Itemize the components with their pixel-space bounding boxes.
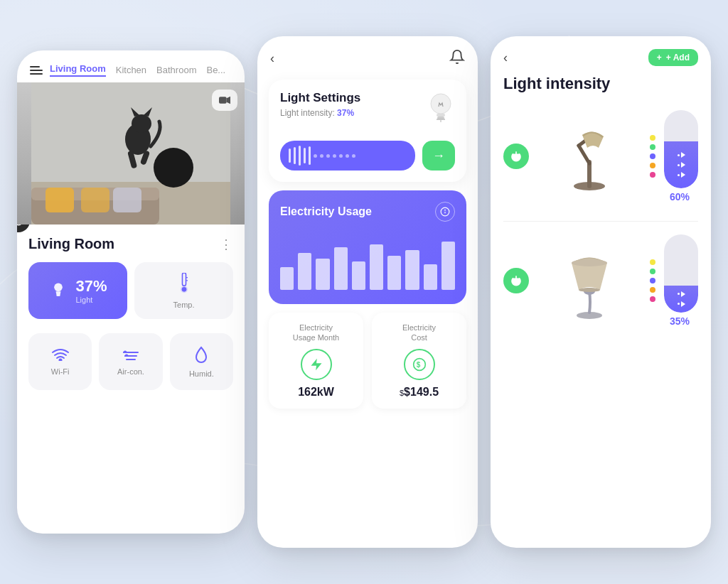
light-intensity-label: Light intensity: 37% bbox=[280, 108, 360, 118]
color-dot-green-2[interactable] bbox=[650, 269, 655, 274]
phone-light-intensity: ‹ + + Add Light intensity bbox=[491, 36, 711, 548]
svg-line-43 bbox=[579, 146, 589, 163]
svg-point-49 bbox=[579, 288, 600, 292]
temp-icon bbox=[176, 273, 192, 298]
lamp2-image bbox=[537, 242, 641, 320]
svg-rect-15 bbox=[113, 188, 141, 212]
color-dot-purple-2[interactable] bbox=[650, 278, 655, 283]
electricity-title: Electricity Usage bbox=[280, 205, 372, 218]
usage-value: 162kW bbox=[298, 386, 334, 399]
svg-rect-16 bbox=[219, 97, 227, 103]
cost-label: ElectricityCost bbox=[402, 323, 436, 343]
lamp1-power-btn[interactable] bbox=[503, 144, 529, 169]
electricity-card: Electricity Usage bbox=[269, 190, 466, 304]
lamp2-intensity-pct: 35% bbox=[670, 315, 692, 327]
tab-kitchen[interactable]: Kitchen bbox=[116, 65, 146, 75]
cost-value: $$149.5 bbox=[400, 386, 439, 399]
add-button[interactable]: + + Add bbox=[648, 49, 698, 66]
more-options[interactable]: ⋮ bbox=[220, 237, 233, 252]
room-camera-feed bbox=[17, 82, 245, 225]
wifi-label: Wi-Fi bbox=[51, 367, 70, 376]
color-dot-pink-2[interactable] bbox=[650, 296, 655, 302]
humid-label: Humid. bbox=[189, 369, 214, 378]
aircon-icon bbox=[122, 348, 139, 364]
color-dot-purple[interactable] bbox=[650, 153, 655, 159]
svg-point-4 bbox=[154, 148, 193, 188]
lamp2-color-dots bbox=[650, 259, 655, 302]
svg-point-18 bbox=[55, 283, 63, 292]
color-dot-yellow[interactable] bbox=[650, 135, 655, 141]
lamp2-intensity-slider[interactable] bbox=[664, 234, 698, 313]
phone1-header: Living Room Kitchen Bathroom Be... bbox=[17, 50, 245, 82]
light-intensity-title: Light intensity bbox=[491, 75, 711, 103]
svg-rect-14 bbox=[81, 188, 109, 212]
video-button[interactable] bbox=[212, 90, 237, 111]
room-title: Living Room bbox=[28, 236, 114, 252]
temp-control-card[interactable]: Temp. bbox=[134, 262, 233, 319]
electricity-info-icon[interactable] bbox=[435, 202, 455, 222]
lamp2-item: 35% bbox=[491, 227, 711, 334]
svg-marker-17 bbox=[227, 97, 230, 104]
wifi-icon bbox=[52, 348, 69, 364]
lamp1-intensity-pct: 60% bbox=[670, 191, 692, 202]
color-dot-green[interactable] bbox=[650, 144, 655, 150]
humid-icon bbox=[195, 346, 208, 367]
phone-living-room: Living Room Kitchen Bathroom Be... bbox=[17, 50, 245, 534]
svg-point-25 bbox=[59, 359, 61, 361]
color-dot-yellow-2[interactable] bbox=[650, 259, 655, 265]
electricity-bars bbox=[280, 233, 455, 290]
slider-arrow-btn[interactable]: → bbox=[422, 141, 455, 171]
cost-icon: $ bbox=[404, 349, 435, 380]
tab-living-room[interactable]: Living Room bbox=[50, 63, 106, 77]
humid-control-card[interactable]: Humid. bbox=[170, 333, 233, 390]
bulb-icon bbox=[427, 91, 455, 132]
svg-text:$: $ bbox=[416, 361, 420, 369]
svg-rect-13 bbox=[46, 188, 74, 212]
lamp2-section: 35% bbox=[491, 227, 711, 340]
lamp1-item: 60% bbox=[491, 103, 711, 210]
light-percentage: 37% bbox=[75, 277, 107, 296]
color-dot-orange-2[interactable] bbox=[650, 287, 655, 293]
lamp1-image bbox=[537, 121, 641, 192]
divider bbox=[503, 221, 698, 222]
stats-row: ElectricityUsage Month 162kW Electricity… bbox=[269, 313, 466, 409]
electricity-cost-stat: ElectricityCost $ $$149.5 bbox=[372, 313, 466, 409]
svg-point-48 bbox=[572, 259, 607, 266]
nav-tabs: Living Room Kitchen Bathroom Be... bbox=[50, 63, 232, 77]
svg-rect-30 bbox=[437, 114, 445, 117]
light-label: Light bbox=[75, 296, 107, 304]
electricity-usage-stat: ElectricityUsage Month 162kW bbox=[269, 313, 363, 409]
svg-rect-20 bbox=[182, 273, 186, 286]
lamp1-intensity-slider[interactable] bbox=[664, 110, 698, 188]
lamp2-power-btn[interactable] bbox=[503, 268, 529, 293]
usage-label: ElectricityUsage Month bbox=[293, 323, 339, 343]
light-settings-card: Light Settings Light intensity: 37% bbox=[269, 80, 466, 182]
phone3-header: ‹ + + Add bbox=[491, 36, 711, 75]
tab-bathroom[interactable]: Bathroom bbox=[156, 65, 196, 75]
tab-bedroom[interactable]: Be... bbox=[206, 65, 225, 75]
phone2-header: ‹ bbox=[257, 36, 478, 74]
back-button-3[interactable]: ‹ bbox=[503, 50, 508, 65]
svg-point-22 bbox=[181, 287, 186, 292]
light-settings-title: Light Settings bbox=[280, 91, 360, 105]
usage-icon bbox=[301, 349, 332, 380]
hamburger-menu[interactable] bbox=[30, 66, 43, 75]
lamp1-color-dots bbox=[650, 135, 655, 178]
temp-label: Temp. bbox=[173, 301, 195, 309]
light-slider[interactable] bbox=[280, 141, 415, 171]
svg-point-29 bbox=[431, 94, 451, 114]
svg-point-6 bbox=[132, 114, 151, 133]
lamp1-section: 60% bbox=[491, 103, 711, 215]
back-button[interactable]: ‹ bbox=[270, 51, 274, 66]
svg-marker-37 bbox=[311, 358, 321, 370]
notification-bell[interactable] bbox=[449, 49, 465, 68]
light-control-card[interactable]: 37% Light bbox=[28, 262, 127, 319]
color-dot-orange[interactable] bbox=[650, 163, 655, 168]
aircon-control-card[interactable]: Air-con. bbox=[99, 333, 162, 390]
phone1-controls: Living Room ⋮ 37% Light bbox=[17, 225, 245, 401]
light-slider-row: → bbox=[280, 141, 455, 171]
color-dot-pink[interactable] bbox=[650, 172, 655, 178]
phone-electricity: ‹ Light Settings Light intensity: 37% bbox=[257, 36, 478, 548]
wifi-control-card[interactable]: Wi-Fi bbox=[28, 333, 92, 390]
aircon-label: Air-con. bbox=[117, 367, 144, 376]
